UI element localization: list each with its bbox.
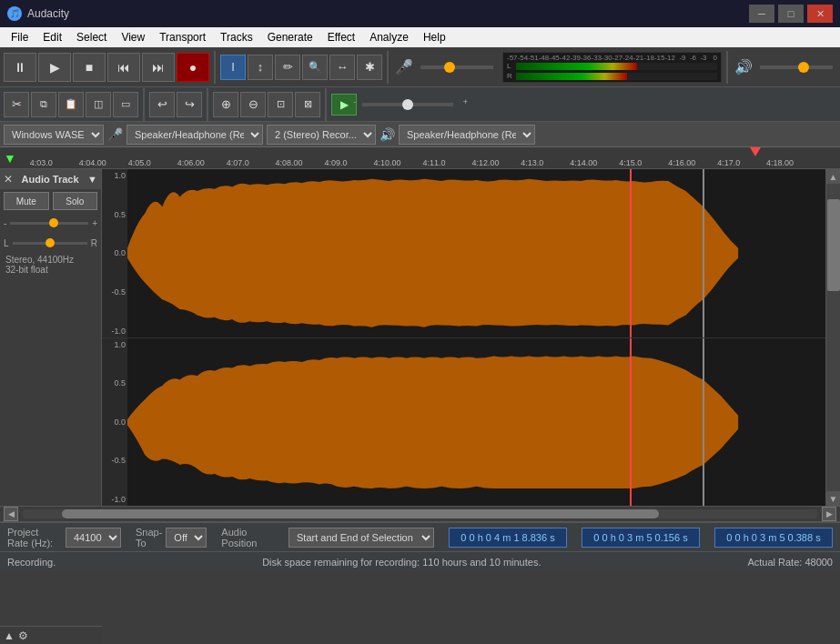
timeshift-tool-button[interactable]: ↔	[329, 55, 355, 80]
redo-button[interactable]: ↪	[177, 92, 202, 117]
scroll-up-button[interactable]: ▲	[826, 169, 841, 184]
waveform-svg-bottom	[127, 338, 825, 507]
host-select[interactable]: Windows WASE	[4, 125, 104, 145]
mute-button[interactable]: Mute	[4, 192, 49, 210]
cut-button[interactable]: ✂	[4, 92, 29, 117]
menu-bar: File Edit Select View Transport Tracks G…	[0, 27, 840, 47]
forward-button[interactable]: ⏭	[142, 53, 175, 82]
menu-help[interactable]: Help	[416, 27, 453, 47]
vertical-scrollbar: ▲ ▼	[825, 169, 840, 506]
channels-select[interactable]: 2 (Stereo) Recor...	[267, 125, 376, 145]
playback-device-select[interactable]: Speaker/Headphone (Realt	[399, 125, 535, 145]
track-close-button[interactable]: ✕	[4, 173, 13, 186]
select-tool-button[interactable]: I	[220, 55, 246, 80]
waveform-channel-bottom[interactable]: 1.0 0.5 0.0 -0.5 -1.0	[102, 338, 825, 507]
scroll-down-button[interactable]: ▼	[826, 491, 841, 506]
separator3	[726, 51, 728, 84]
menu-generate[interactable]: Generate	[260, 27, 320, 47]
undo-button[interactable]: ↩	[149, 92, 175, 117]
play-button[interactable]: ▶	[38, 53, 71, 82]
timeline-ticks-area[interactable]: 4:03.0 4:04.00 4:05.0 4:06.00 4:07.0 4:0…	[22, 147, 840, 169]
pause-button[interactable]: ⏸	[4, 53, 36, 82]
project-rate-select[interactable]: 44100	[66, 528, 121, 548]
toolbar-row2: ✂ ⧉ 📋 ◫ ▭ ↩ ↪ ⊕ ⊖ ⊡ ⊠ ▶ + -	[0, 87, 840, 122]
silence-button[interactable]: ▭	[113, 92, 138, 117]
audio-position-section: Audio Position	[221, 527, 274, 548]
menu-file[interactable]: File	[4, 27, 35, 47]
input-volume-thumb	[444, 62, 455, 73]
separator4	[143, 88, 145, 121]
device-bar: Windows WASE 🎤 Speaker/Headphone (Realt …	[0, 122, 840, 147]
track-header: ✕ Audio Track ▼	[0, 169, 101, 189]
track-mute-solo: Mute Solo	[0, 189, 101, 213]
minimize-button[interactable]: ─	[749, 5, 774, 23]
mic-device-icon: 🎤	[107, 127, 123, 142]
track-bottom-controls: ▲ ⚙	[0, 626, 102, 644]
position1-input[interactable]	[449, 528, 567, 548]
menu-tracks[interactable]: Tracks	[213, 27, 260, 47]
separator5	[207, 88, 208, 121]
meter-r: R	[507, 72, 717, 81]
menu-select[interactable]: Select	[69, 27, 114, 47]
gain-min-label: -	[4, 218, 6, 228]
multi-tool-button[interactable]: ✱	[357, 55, 382, 80]
pan-slider[interactable]	[13, 242, 87, 245]
scroll-thumb	[827, 199, 840, 291]
solo-button[interactable]: Solo	[53, 192, 98, 210]
draw-tool-button[interactable]: ✏	[275, 55, 300, 80]
speed-min-label: -	[353, 97, 356, 106]
waveform-channel-top[interactable]: 1.0 0.5 0.0 -0.5 -1.0	[102, 169, 825, 338]
menu-effect[interactable]: Effect	[320, 27, 362, 47]
menu-analyze[interactable]: Analyze	[362, 27, 416, 47]
selection-mode-select[interactable]: Start and End of Selection	[288, 528, 434, 548]
recording-status: Recording.	[7, 557, 56, 568]
input-volume-slider[interactable]	[420, 65, 493, 69]
copy-button[interactable]: ⧉	[31, 92, 56, 117]
meter-l: L	[507, 62, 717, 71]
maximize-button[interactable]: □	[778, 5, 804, 23]
close-button[interactable]: ✕	[807, 5, 833, 23]
snap-to-select[interactable]: Off	[166, 528, 207, 548]
position2-input[interactable]	[582, 528, 700, 548]
zoom-in-button[interactable]: ⊕	[213, 92, 238, 117]
selection-mode-section: Start and End of Selection	[288, 528, 434, 548]
paste-button[interactable]: 📋	[58, 92, 84, 117]
zoom-sel-button[interactable]: ⊡	[268, 92, 293, 117]
h-scrollbar-track[interactable]	[22, 509, 818, 518]
waveform-area: 1.0 0.5 0.0 -0.5 -1.0	[102, 169, 825, 506]
gain-max-label: +	[92, 218, 97, 228]
speed-max-label: +	[463, 97, 468, 106]
meter-scale: -57 -54 -51 -48 -45 -42 -39 -36 -33 -30 …	[507, 54, 717, 62]
playhead-marker	[750, 147, 761, 156]
menu-transport[interactable]: Transport	[152, 27, 213, 47]
gain-slider[interactable]	[10, 222, 88, 225]
menu-view[interactable]: View	[114, 27, 152, 47]
output-volume-thumb	[798, 62, 809, 73]
output-volume-slider[interactable]	[760, 65, 833, 69]
y-axis-bottom: 1.0 0.5 0.0 -0.5 -1.0	[102, 338, 127, 507]
record-button[interactable]: ●	[177, 53, 209, 82]
y-axis-top: 1.0 0.5 0.0 -0.5 -1.0	[102, 169, 127, 337]
actual-rate-info: Actual Rate: 48000	[747, 557, 833, 568]
track-settings-icon[interactable]: ⚙	[18, 629, 28, 642]
trim-button[interactable]: ◫	[86, 92, 111, 117]
scroll-right-button[interactable]: ▶	[822, 507, 836, 521]
scroll-left-button[interactable]: ◀	[4, 507, 18, 521]
pan-thumb	[46, 238, 55, 247]
snap-to-label: Snap-To	[136, 527, 162, 548]
collapse-button[interactable]: ▲	[4, 629, 15, 642]
playback-speed-slider[interactable]: + -	[362, 103, 453, 106]
zoom-out-button[interactable]: ⊖	[240, 92, 266, 117]
zoom-fit-button[interactable]: ⊠	[295, 92, 320, 117]
end-marker-bottom	[703, 338, 704, 507]
menu-edit[interactable]: Edit	[35, 27, 69, 47]
envelope-tool-button[interactable]: ↕	[248, 55, 273, 80]
recording-device-select[interactable]: Speaker/Headphone (Realt	[127, 125, 263, 145]
scroll-track[interactable]	[826, 184, 841, 491]
stop-button[interactable]: ■	[73, 53, 106, 82]
track-menu-button[interactable]: ▼	[87, 174, 97, 185]
zoom-tool-button[interactable]: 🔍	[302, 55, 328, 80]
end-marker-top	[703, 169, 704, 337]
rewind-button[interactable]: ⏮	[107, 53, 140, 82]
position3-input[interactable]	[714, 528, 833, 548]
